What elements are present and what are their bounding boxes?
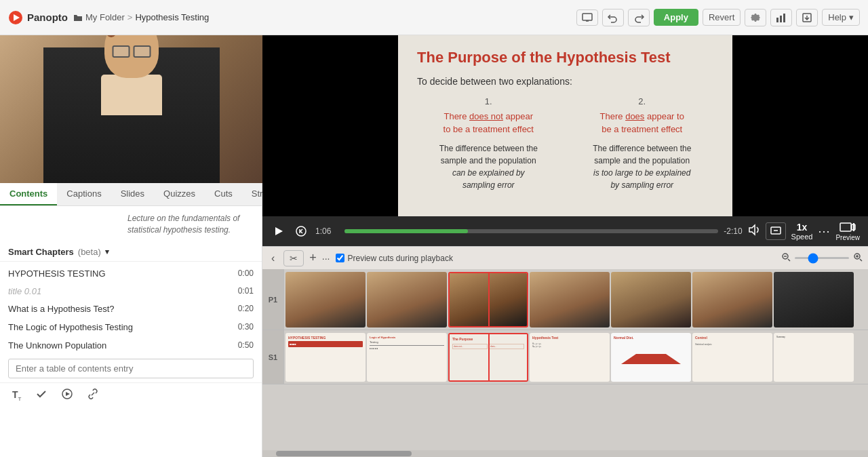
track-s1: S1 HYPOTHESIS TESTING ■■■■ Logic of Hypo… [262,330,868,384]
format-check-button[interactable] [32,387,51,403]
thumb-s1-7[interactable]: Summary [774,333,854,382]
quality-button[interactable] [766,222,786,240]
thumb-p1-6[interactable] [692,272,772,327]
svg-rect-18 [853,223,854,231]
presenter-image [0,35,262,183]
tab-quizzes[interactable]: Quizzes [154,183,205,205]
preview-cuts-checkbox[interactable] [336,254,344,262]
preview-cuts-toggle[interactable]: Preview cuts during playback [336,254,453,263]
chapter-time-001: 0:01 [131,286,254,296]
chapter-title-unknown: The Unknown Population [8,340,230,351]
timeline-back-button[interactable]: ‹ [268,251,278,266]
presenter-video [0,35,262,183]
formatting-bar: TT [0,382,262,408]
tab-cuts[interactable]: Cuts [205,183,242,205]
timeline-scroll-thumb[interactable] [276,451,412,456]
scissors-button[interactable]: ✂ [283,250,304,266]
smart-chapters-bar[interactable]: Smart Chapters (beta) ▾ [0,243,262,262]
screen-button[interactable] [576,9,598,26]
col1-num: 1. [485,96,492,106]
tab-contents[interactable]: Contents [0,183,57,205]
chapter-entry-logic[interactable]: The Logic of Hypothesis Testing 0:30 [0,318,262,336]
slide-subtitle: To decide between two explanations: [417,76,713,87]
video-icon [62,389,73,399]
thumb-s1-6[interactable]: Control Statistical analysis [692,333,772,382]
timeline-more-button[interactable]: ··· [322,253,330,264]
thumb-p1-1[interactable] [285,272,366,327]
thumb-s1-5[interactable]: Normal Dist. [611,333,691,382]
more-options-button[interactable]: ··· [818,224,830,239]
speed-value: 1x [797,222,808,233]
timeline-scrollbar[interactable] [262,450,868,457]
glasses [112,45,151,58]
settings-button[interactable] [745,9,766,26]
rewind-button[interactable] [292,222,310,240]
svg-line-20 [788,259,790,261]
export-icon [802,12,812,23]
beta-label: (beta) [78,247,101,257]
stats-icon [776,12,787,23]
svg-rect-5 [780,16,782,22]
redo-button[interactable] [628,9,650,26]
play-button[interactable] [271,223,287,239]
slide-columns: 1. There does not appearto be a treatmen… [417,96,713,191]
smart-chapters-chevron[interactable]: ▾ [105,247,109,256]
progress-bar[interactable] [344,229,718,233]
breadcrumb: My Folder > Hypothesis Testing [73,12,209,22]
export-button[interactable] [796,9,818,26]
format-video-button[interactable] [58,387,77,403]
chapter-entry-hypothesis-testing[interactable]: HYPOTHESIS TESTING 0:00 [0,264,262,283]
thumb-slide-5: Normal Dist. [611,333,691,382]
help-button[interactable]: Help ▾ [822,9,860,26]
thumb-s1-2[interactable]: Logic of Hypothesis Testing ■ ■ ■ ■ ■ [367,333,447,382]
preview-button[interactable]: Preview [835,222,860,241]
format-text-button[interactable]: TT [8,387,25,403]
breadcrumb-current: Hypothesis Testing [135,12,209,22]
breadcrumb-separator: > [127,12,133,22]
chapter-entry-unknown[interactable]: The Unknown Population 0:50 [0,336,262,355]
thumb-p1-7[interactable] [774,272,854,327]
revert-button[interactable]: Revert [703,9,741,26]
chapter-entry-what-is[interactable]: What is a Hypothesis Test? 0:20 [0,300,262,318]
thumb-p1-5[interactable] [611,272,691,327]
tab-captions[interactable]: Captions [57,183,111,205]
undo-button[interactable] [602,9,624,26]
toc-input[interactable] [8,359,254,378]
folder-icon [73,13,83,22]
speed-control[interactable]: 1x Speed [791,222,813,241]
video-area: The Purpose of the Hypothesis Test To de… [262,35,868,216]
thumb-s1-3[interactable]: The Purpose does not... does... [448,333,528,382]
volume-icon [748,224,760,236]
format-link-button[interactable] [83,387,102,403]
thumb-slide-2: Logic of Hypothesis Testing ■ ■ ■ ■ ■ [367,333,447,382]
presenter-bg [0,35,262,183]
col1-desc: The difference between thesample and the… [439,142,538,191]
thumb-slide-4: Hypothesis Test H₀: μ = μ₀ H₁: μ ≠ μ₀ [530,333,610,382]
svg-rect-6 [783,14,785,22]
breadcrumb-folder[interactable]: My Folder [73,12,125,22]
undo-icon [608,12,618,23]
thumb-p1-4[interactable] [530,272,610,327]
zoom-out-button[interactable] [781,252,791,264]
chapter-time-unknown: 0:50 [230,340,254,350]
svg-rect-4 [776,18,778,22]
screen-icon [582,13,593,22]
chapter-title-logic: The Logic of Hypothesis Testing [8,322,230,332]
track-s1-content: HYPOTHESIS TESTING ■■■■ Logic of Hypothe… [284,330,868,384]
tab-slides[interactable]: Slides [111,183,154,205]
help-label: Help [828,12,846,22]
stats-button[interactable] [770,9,792,26]
zoom-slider[interactable] [795,257,849,259]
chapter-entry-title-001[interactable]: title 0.01 0:01 [0,283,262,300]
zoom-in-button[interactable] [853,252,863,264]
playhead-cursor-s1 [488,334,490,380]
thumb-p1-2[interactable] [367,272,447,327]
apply-button[interactable]: Apply [654,9,698,26]
main-layout: Contents Captions Slides Quizzes Cuts St… [0,35,868,457]
preview-label: Preview [835,234,860,241]
thumb-s1-1[interactable]: HYPOTHESIS TESTING ■■■■ [285,333,366,382]
thumb-p1-3[interactable] [448,272,528,327]
volume-button[interactable] [748,224,760,239]
add-cut-button[interactable]: + [309,251,317,265]
thumb-s1-4[interactable]: Hypothesis Test H₀: μ = μ₀ H₁: μ ≠ μ₀ [530,333,610,382]
